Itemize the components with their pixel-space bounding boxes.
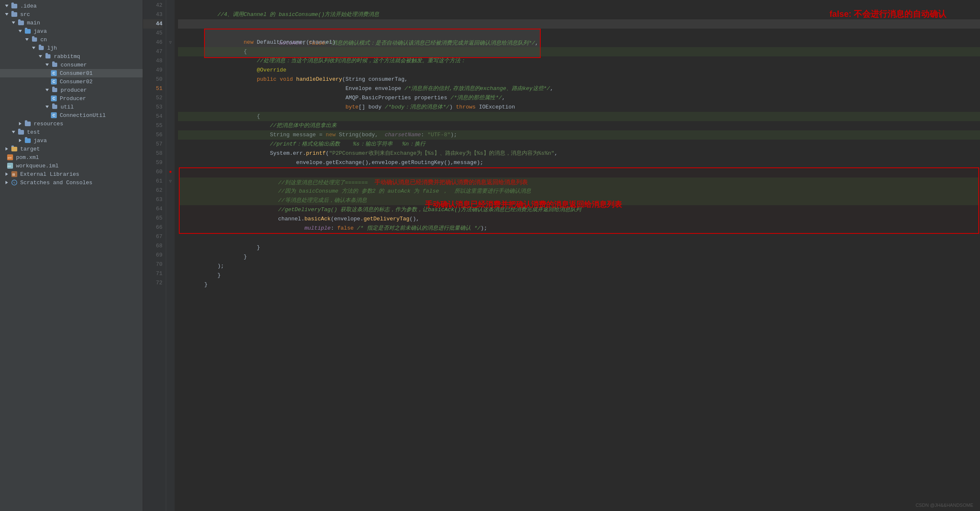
code-line-53: { bbox=[178, 103, 980, 112]
sidebar-item-iml[interactable]: iml workqueue.iml bbox=[0, 162, 143, 170]
line-numbers: 42 43 44 45 46 47 48 49 50 51 52 53 54 5… bbox=[143, 0, 166, 511]
code-line-67: } bbox=[178, 234, 980, 243]
folder-icon bbox=[24, 120, 31, 127]
sidebar-item-test-java[interactable]: java bbox=[0, 136, 143, 145]
sidebar-item-label: main bbox=[27, 20, 40, 26]
sidebar-item-util[interactable]: util bbox=[0, 103, 143, 111]
sidebar-item-target[interactable]: target bbox=[0, 145, 143, 153]
package-icon bbox=[31, 36, 38, 43]
code-line-45: new DefaultConsumer(channel) bbox=[178, 29, 980, 38]
sidebar-item-label: External Libraries bbox=[20, 171, 79, 177]
code-line-42: //4、调用Channel 的 basicConsume()方法开始处理消费消息 bbox=[178, 1, 980, 10]
code-content[interactable]: //4、调用Channel 的 basicConsume()方法开始处理消费消息… bbox=[175, 0, 980, 511]
sidebar-item-label: cn bbox=[40, 37, 47, 43]
sidebar-item-producer[interactable]: C Producer bbox=[0, 94, 143, 103]
folder-src-icon bbox=[24, 137, 31, 144]
sidebar-item-label: java bbox=[34, 28, 47, 34]
code-line-57: System.err.printf("P2PConsumer收到来自Exchan… bbox=[178, 140, 980, 149]
code-editor[interactable]: false: 不会进行消息的自动确认 手动确认消息已经消费并把确认消费的消息返回… bbox=[143, 0, 980, 511]
code-line-52: byte[] body /*body：消息的消息体*/) throws IOEx… bbox=[178, 93, 980, 103]
lib-icon: ▤ bbox=[11, 171, 18, 177]
arrow-icon bbox=[3, 171, 10, 177]
folder-icon bbox=[11, 11, 18, 18]
sidebar-item-java[interactable]: java bbox=[0, 27, 143, 35]
arrow-icon bbox=[44, 87, 50, 93]
sidebar-item-label: util bbox=[61, 104, 74, 110]
code-line-44: autoAck: false/*消息的确认模式：是否自动确认该消息已经被消费完成… bbox=[178, 19, 980, 29]
package-icon bbox=[51, 103, 58, 110]
sidebar-item-main[interactable]: main bbox=[0, 19, 143, 27]
code-line-68: } bbox=[178, 243, 980, 252]
code-line-50: Envelope envelope /*消息所在的信封,存放消息的exchang… bbox=[178, 75, 980, 84]
sidebar-item-label: ljh bbox=[47, 45, 57, 51]
code-line-66 bbox=[180, 224, 978, 233]
sidebar-item-cn[interactable]: cn bbox=[0, 35, 143, 44]
package-icon bbox=[51, 87, 58, 93]
arrow-icon bbox=[3, 146, 10, 152]
sidebar-item-consumer02[interactable]: C Consumer02 bbox=[0, 77, 143, 86]
sidebar-item-label: Scratches and Consoles bbox=[20, 180, 93, 186]
sidebar-item-label: resources bbox=[34, 121, 63, 127]
sidebar-item-consumer[interactable]: consumer bbox=[0, 61, 143, 69]
sidebar-item-src[interactable]: src bbox=[0, 10, 143, 19]
class-icon: C bbox=[50, 78, 57, 85]
sidebar-item-external-libraries[interactable]: ▤ External Libraries bbox=[0, 170, 143, 178]
folder-icon bbox=[11, 146, 18, 152]
svg-text:xml: xml bbox=[8, 156, 11, 159]
code-line-55: String message = new String(body, charse… bbox=[178, 121, 980, 130]
code-line-54: //把消息体中的消息拿出来 bbox=[178, 112, 980, 121]
sidebar-item-test[interactable]: test bbox=[0, 128, 143, 136]
svg-text:✎: ✎ bbox=[13, 181, 16, 184]
sidebar-item-consumer01[interactable]: C Consumer01 bbox=[0, 69, 143, 77]
code-line-59 bbox=[178, 158, 980, 167]
arrow-icon bbox=[24, 36, 30, 43]
gutter: ▽ ● ▽ bbox=[166, 0, 175, 511]
code-line-65: multiple: false /* 指定是否对之前未确认的消息进行批量确认 *… bbox=[180, 214, 978, 224]
sidebar-item-scratches[interactable]: ✎ Scratches and Consoles bbox=[0, 178, 143, 187]
arrow-icon bbox=[30, 45, 37, 51]
sidebar-item-label: rabbitmq bbox=[54, 53, 80, 60]
sidebar-item-resources[interactable]: resources bbox=[0, 119, 143, 128]
watermark: CSDN @JH&&HANDSOME bbox=[916, 503, 973, 508]
sidebar-item-producer-pkg[interactable]: producer bbox=[0, 86, 143, 94]
code-line-70: } bbox=[178, 262, 980, 271]
arrow-icon bbox=[3, 179, 10, 186]
class-icon: C bbox=[50, 70, 57, 77]
folder-icon bbox=[11, 3, 18, 9]
package-icon bbox=[51, 61, 58, 68]
sidebar-item-pom[interactable]: xml pom.xml bbox=[0, 153, 143, 162]
svg-text:iml: iml bbox=[8, 165, 11, 167]
arrow-icon bbox=[3, 3, 10, 9]
arrow-icon bbox=[44, 61, 50, 68]
sidebar-item-label: target bbox=[20, 146, 40, 152]
package-icon bbox=[45, 53, 51, 60]
sidebar-item-label: test bbox=[27, 129, 40, 135]
code-line-56: //printf：格式化输出函数 %s：输出字符串 %n：换行 bbox=[178, 130, 980, 140]
code-line-46: { bbox=[178, 38, 980, 47]
sidebar-item-label: producer bbox=[61, 87, 87, 93]
sidebar-item-label: Producer bbox=[60, 95, 86, 102]
sidebar-item-label: Consumer01 bbox=[60, 70, 93, 77]
sidebar-item-label: src bbox=[20, 11, 30, 18]
code-line-71: } bbox=[178, 271, 980, 280]
arrow-icon bbox=[17, 120, 24, 127]
svg-text:▤: ▤ bbox=[12, 173, 15, 176]
sidebar-item-label: ConnectionUtil bbox=[60, 112, 106, 119]
arrow-icon bbox=[44, 103, 50, 110]
sidebar-item-label: Consumer02 bbox=[60, 79, 93, 85]
class-icon: C bbox=[50, 112, 57, 119]
arrow-icon bbox=[3, 11, 10, 18]
arrow-icon bbox=[10, 19, 17, 26]
sidebar-item-rabbitmq[interactable]: rabbitmq bbox=[0, 52, 143, 61]
arrow-icon bbox=[17, 137, 24, 144]
sidebar-item-label: .idea bbox=[20, 3, 37, 9]
sidebar-item-ljh[interactable]: ljh bbox=[0, 44, 143, 52]
scratches-icon: ✎ bbox=[11, 179, 18, 186]
green-annotation-manual: 手动确认消息已经消费并把确认消费的消息返回给消息列表 bbox=[425, 199, 622, 209]
package-icon bbox=[38, 45, 45, 51]
sidebar-item-idea[interactable]: .idea bbox=[0, 2, 143, 10]
file-tree[interactable]: .idea src main java cn ljh rabbitmq bbox=[0, 0, 143, 511]
sidebar-item-connectionutil[interactable]: C ConnectionUtil bbox=[0, 111, 143, 119]
arrow-icon bbox=[37, 53, 44, 60]
folder-icon bbox=[18, 129, 24, 135]
